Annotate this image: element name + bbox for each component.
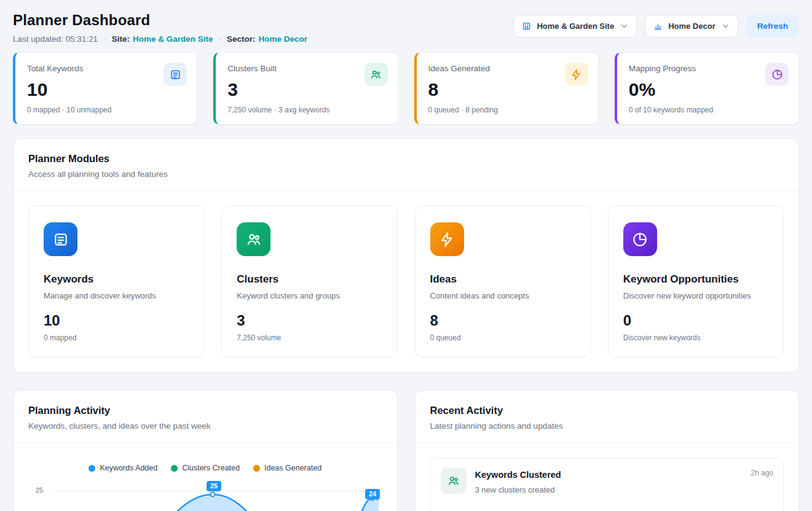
planning-activity-header: Planning Activity Keywords, clusters, an… [14, 391, 397, 442]
module-card-clusters[interactable]: Clusters Keyword clusters and groups 3 7… [221, 206, 397, 357]
sector-selector-dropdown[interactable]: Home Decor [645, 15, 739, 37]
panel-subtitle: Latest planning actions and updates [430, 421, 784, 431]
pie-chart-icon [765, 63, 789, 86]
site-selector-value: Home & Garden Site [537, 21, 614, 31]
activity-item-timestamp: 2h ago [751, 469, 773, 477]
pie-chart-icon [623, 222, 657, 256]
module-value: 10 [44, 312, 189, 329]
site-link[interactable]: Home & Garden Site [133, 34, 213, 44]
activity-list-item: Keywords Clustered 3 new clusters create… [430, 458, 784, 511]
y-axis-tick: 25 [36, 486, 43, 494]
panel-title: Planner Modules [28, 153, 784, 165]
document-icon [164, 63, 187, 86]
page-title: Planner Dashboard [13, 11, 307, 29]
stat-detail: 0 of 10 keywords mapped [629, 106, 787, 114]
stat-value: 8 [428, 79, 586, 101]
data-point-label: 25 [207, 481, 221, 491]
module-value: 3 [237, 312, 382, 329]
stat-detail: 0 queued · 8 pending [428, 106, 586, 114]
legend-item-keywords-added: Keywords Added [89, 464, 157, 472]
panel-subtitle: Keywords, clusters, and ideas over the p… [28, 421, 382, 431]
panel-title: Recent Activity [430, 405, 784, 416]
separator-dot: · [103, 34, 106, 44]
site-group: Site: Home & Garden Site [112, 34, 213, 44]
header-controls: Home & Garden Site Home Decor Refresh [513, 15, 799, 37]
refresh-button[interactable]: Refresh [746, 15, 799, 37]
document-icon [44, 222, 77, 256]
stat-card-total-keywords: Total Keywords 10 0 mapped · 10 unmapped [13, 52, 197, 125]
module-detail: 0 mapped [44, 334, 189, 342]
header-subline: Last updated: 05:31:21 · Site: Home & Ga… [13, 34, 307, 44]
stat-value: 3 [227, 79, 385, 101]
site-selector-dropdown[interactable]: Home & Garden Site [513, 15, 637, 37]
legend-item-ideas-generated: Ideas Generated [253, 464, 321, 472]
module-cards-row: Keywords Manage and discover keywords 10… [14, 191, 798, 372]
legend-label: Ideas Generated [264, 464, 321, 472]
legend-label: Clusters Created [182, 464, 240, 472]
sector-label: Sector: [227, 34, 256, 44]
legend-label: Keywords Added [100, 464, 157, 472]
site-label: Site: [112, 34, 130, 44]
header-left: Planner Dashboard Last updated: 05:31:21… [13, 11, 307, 44]
module-card-keyword-opportunities[interactable]: Keyword Opportunities Discover new keywo… [608, 206, 784, 357]
module-card-ideas[interactable]: Ideas Content ideas and concepts 8 0 que… [415, 206, 591, 357]
module-title: Keyword Opportunities [623, 273, 768, 286]
divider [14, 442, 397, 443]
sector-selector-value: Home Decor [668, 21, 715, 31]
planning-activity-chart: 25 25 24 [22, 480, 391, 511]
sector-link[interactable]: Home Decor [258, 34, 307, 44]
legend-dot-icon [253, 465, 260, 472]
chevron-down-icon [620, 21, 629, 31]
recent-activity-list: Keywords Clustered 3 new clusters create… [416, 443, 799, 511]
bar-chart-icon [653, 21, 663, 31]
activity-item-title: Keywords Clustered [475, 470, 561, 480]
stat-detail: 7,250 volume · 3 avg keywords [227, 106, 385, 114]
legend-dot-icon [171, 465, 178, 472]
users-icon [365, 63, 388, 86]
stat-label: Total Keywords [27, 64, 185, 73]
header: Planner Dashboard Last updated: 05:31:21… [13, 11, 799, 44]
module-title: Ideas [430, 273, 575, 286]
recent-activity-panel: Recent Activity Latest planning actions … [415, 390, 800, 511]
planning-activity-panel: Planning Activity Keywords, clusters, an… [13, 390, 398, 511]
stat-label: Mapping Progress [629, 64, 787, 73]
users-icon [237, 222, 270, 256]
separator-dot: · [218, 34, 221, 44]
module-value: 8 [430, 312, 575, 329]
sector-group: Sector: Home Decor [227, 34, 307, 44]
chevron-down-icon [721, 21, 730, 31]
legend-dot-icon [89, 465, 95, 472]
module-title: Keywords [44, 273, 189, 286]
last-updated-text: Last updated: 05:31:21 [13, 34, 98, 44]
module-detail: 0 queued [430, 334, 575, 342]
stat-label: Clusters Built [227, 64, 385, 73]
stat-cards-row: Total Keywords 10 0 mapped · 10 unmapped… [13, 52, 799, 125]
module-detail: 7,250 volume [237, 334, 382, 342]
stat-card-ideas-generated: Ideas Generated 8 0 queued · 8 pending [414, 52, 599, 125]
module-description: Discover new keyword opportunities [623, 291, 768, 300]
stat-value: 0% [629, 79, 787, 101]
bottom-row: Planning Activity Keywords, clusters, an… [13, 390, 799, 511]
stat-card-mapping-progress: Mapping Progress 0% 0 of 10 keywords map… [615, 52, 799, 125]
stat-detail: 0 mapped · 10 unmapped [27, 106, 185, 114]
users-icon [441, 468, 467, 494]
planner-dashboard-page: Planner Dashboard Last updated: 05:31:21… [0, 0, 812, 511]
building-icon [522, 21, 531, 31]
chart-legend: Keywords Added Clusters Created Ideas Ge… [14, 464, 397, 472]
module-value: 0 [623, 312, 768, 329]
stat-value: 10 [27, 79, 185, 101]
panel-title: Planning Activity [28, 405, 382, 416]
activity-item-description: 3 new clusters created [475, 485, 561, 494]
planner-modules-panel: Planner Modules Access all planning tool… [13, 138, 799, 373]
recent-activity-header: Recent Activity Latest planning actions … [416, 391, 799, 442]
module-card-keywords[interactable]: Keywords Manage and discover keywords 10… [28, 206, 204, 357]
activity-item-text: Keywords Clustered 3 new clusters create… [475, 468, 561, 494]
module-title: Clusters [237, 273, 382, 286]
planner-modules-header: Planner Modules Access all planning tool… [14, 139, 798, 190]
bolt-icon [565, 63, 588, 86]
stat-card-clusters-built: Clusters Built 3 7,250 volume · 3 avg ke… [213, 52, 398, 125]
stat-label: Ideas Generated [428, 64, 586, 73]
module-detail: Discover new keywords [623, 334, 768, 342]
module-description: Keyword clusters and groups [237, 291, 382, 300]
module-description: Content ideas and concepts [430, 291, 575, 300]
